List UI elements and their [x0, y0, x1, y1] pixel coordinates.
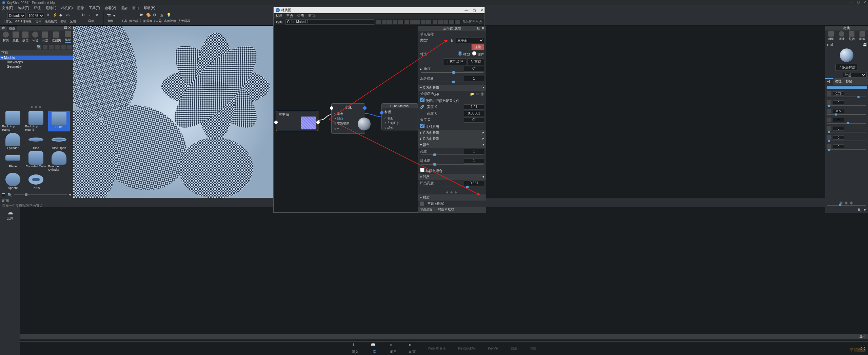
- expand-icon[interactable]: ↔: [88, 13, 94, 18]
- maximize-icon[interactable]: ▢: [473, 8, 476, 12]
- collapse-icon[interactable]: [449, 20, 454, 24]
- thumb-item[interactable]: Cylinder: [2, 133, 24, 150]
- tree-geometry[interactable]: Geometry: [0, 64, 73, 69]
- val[interactable]: 0.79: [833, 91, 844, 96]
- maximize-icon[interactable]: ▢: [857, 0, 860, 4]
- wizard-icon[interactable]: ⚙: [153, 13, 158, 18]
- bottom-slider[interactable]: [825, 205, 868, 208]
- refresh-icon[interactable]: ↻: [82, 13, 87, 18]
- output-pin[interactable]: [363, 106, 367, 110]
- btn-xr[interactable]: KeyShotXR: [458, 347, 476, 350]
- slider[interactable]: [825, 97, 868, 99]
- group-icon[interactable]: [426, 20, 431, 24]
- slider[interactable]: [825, 105, 868, 108]
- drag-handle[interactable]: ●●●: [418, 190, 486, 194]
- subtab-props[interactable]: 性: [825, 78, 833, 85]
- tab-light[interactable]: 照明: [849, 31, 855, 41]
- zoom-select[interactable]: 100 %: [27, 13, 44, 19]
- tab-env[interactable]: 环境: [839, 31, 845, 41]
- tex-icon[interactable]: [827, 109, 831, 113]
- normalmap-check[interactable]: 法线贴图: [420, 124, 439, 129]
- material-type-select[interactable]: 常规: [843, 72, 867, 78]
- material-name-input[interactable]: [285, 19, 374, 25]
- multilayer-button[interactable]: ↗ 多层材质: [835, 64, 858, 71]
- sort-icon[interactable]: [49, 45, 54, 49]
- bumph-value[interactable]: 0.651: [464, 181, 484, 186]
- link-icon[interactable]: 🔗: [420, 105, 425, 109]
- menu-item[interactable]: 帮助(H): [144, 6, 155, 11]
- menu-item[interactable]: 编辑(E): [18, 6, 29, 11]
- menu-item[interactable]: 相机(C): [61, 6, 73, 11]
- tab-fav[interactable]: 收藏夹: [52, 32, 61, 43]
- refresh-icon[interactable]: ↻: [476, 92, 479, 96]
- search-icon[interactable]: 🔍: [7, 193, 12, 197]
- val[interactable]: 0: [833, 135, 844, 140]
- frame-icon[interactable]: [438, 20, 443, 24]
- tab-material[interactable]: 材质: [3, 32, 9, 43]
- thumb-item[interactable]: Rounded Cube: [25, 151, 47, 171]
- val[interactable]: 0: [833, 127, 844, 131]
- anglex-value[interactable]: 0°: [464, 117, 484, 123]
- delete-icon[interactable]: [415, 20, 420, 24]
- slider[interactable]: [825, 132, 868, 134]
- tab-models[interactable]: 模型: [65, 31, 71, 43]
- thumb-item[interactable]: Sphere: [2, 173, 24, 190]
- cut-icon[interactable]: [421, 20, 426, 24]
- refresh-icon[interactable]: [61, 45, 66, 49]
- slider[interactable]: [825, 123, 868, 126]
- camera-icon[interactable]: 📷: [106, 13, 112, 18]
- panel-close-icon[interactable]: ⮽ ✕: [62, 26, 73, 30]
- input-pin[interactable]: [274, 121, 278, 124]
- tab-color[interactable]: 颜色: [13, 32, 19, 43]
- tex-icon[interactable]: [827, 118, 831, 122]
- arrows-icon[interactable]: ⤧: [95, 13, 101, 18]
- menu-item[interactable]: 窗口: [308, 14, 315, 18]
- light-icon[interactable]: 💡: [166, 13, 172, 18]
- widthx-value[interactable]: 1.01: [464, 104, 484, 110]
- filter-icon[interactable]: [43, 45, 47, 49]
- tab-nodeprops[interactable]: 节点属性: [420, 207, 432, 212]
- menu-item[interactable]: 照明(L): [45, 6, 56, 11]
- expand-icon[interactable]: [443, 20, 448, 24]
- subtab-label[interactable]: 标签: [844, 78, 854, 85]
- tree-backdrops[interactable]: Backdrops: [0, 60, 73, 64]
- drag-handle[interactable]: ◆◆◆: [825, 200, 868, 205]
- palette-icon[interactable]: 🎨: [146, 13, 152, 18]
- btn-library[interactable]: 📖库: [371, 343, 378, 354]
- menu-item[interactable]: 环境: [34, 6, 41, 11]
- btn-render[interactable]: 渲染: [530, 346, 536, 351]
- embed-check[interactable]: 使用内嵌颜色配置文件: [420, 98, 459, 103]
- section-yproj[interactable]: ▸ Y 方向投影▸: [418, 130, 486, 136]
- type-select[interactable]: 三平面: [456, 38, 485, 43]
- btn-project[interactable]: ≡项目: [390, 343, 397, 354]
- btn-vr[interactable]: KeyVR: [488, 347, 498, 350]
- preset-select[interactable]: Default: [7, 13, 26, 19]
- output-pin[interactable]: [316, 121, 320, 124]
- section-material[interactable]: ▾ 材质: [418, 194, 486, 201]
- val[interactable]: 0: [833, 144, 844, 148]
- drag-handle[interactable]: ●●●: [0, 104, 73, 109]
- menu-item[interactable]: 查看(V): [105, 6, 116, 11]
- menu-item[interactable]: 渲染: [121, 6, 127, 11]
- val[interactable]: 0: [833, 100, 844, 104]
- tab-env[interactable]: 环境: [32, 32, 38, 43]
- list-icon[interactable]: ☰: [2, 193, 5, 197]
- tex-icon[interactable]: [827, 91, 831, 96]
- blend-value[interactable]: 1: [464, 76, 484, 81]
- contrast-slider[interactable]: [418, 164, 486, 167]
- blendcolor-check[interactable]: 与颜色混合: [420, 168, 442, 173]
- input-pin[interactable]: [380, 111, 383, 114]
- expand-icon[interactable]: ▾: [69, 193, 71, 197]
- thumb-item[interactable]: Plane: [2, 151, 24, 171]
- search-icon[interactable]: 🔍: [37, 45, 41, 49]
- mgw-titlebar[interactable]: 材质图 —▢✕: [274, 7, 485, 13]
- contrast-value[interactable]: 1: [464, 158, 484, 164]
- thumb-item[interactable]: Backdrop Round: [25, 111, 47, 131]
- settings-icon[interactable]: [67, 45, 72, 49]
- minimize-icon[interactable]: —: [849, 0, 853, 4]
- angle-value[interactable]: 0°: [464, 66, 484, 71]
- zoom-icon[interactable]: [387, 20, 392, 24]
- color-swatch[interactable]: [827, 86, 867, 89]
- minimize-icon[interactable]: —: [465, 8, 468, 12]
- refresh-icon[interactable]: [455, 20, 460, 24]
